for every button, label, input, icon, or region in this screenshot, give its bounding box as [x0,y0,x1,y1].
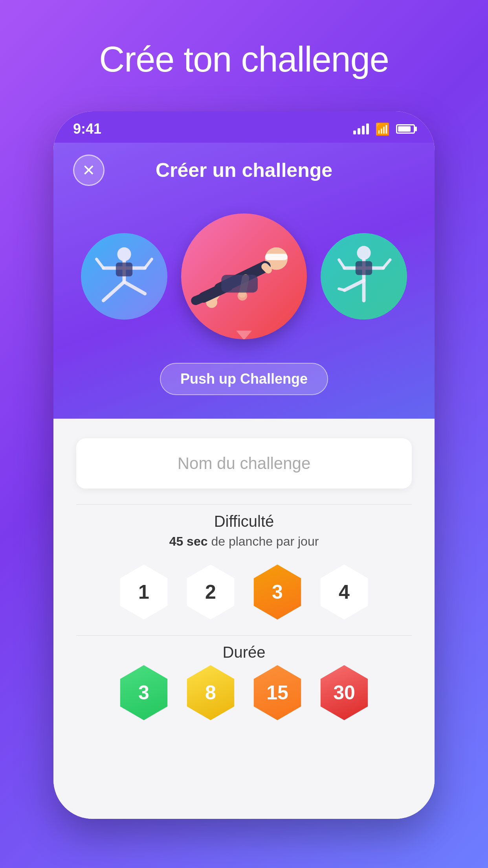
svg-line-23 [383,260,390,268]
svg-line-5 [103,282,124,301]
close-button[interactable]: ✕ [73,154,105,186]
difficulty-level-2[interactable]: 2 [183,565,238,620]
svg-rect-17 [221,275,258,292]
hex-shape-orange: 15 [250,665,305,720]
svg-line-22 [339,260,345,268]
svg-line-18 [265,267,268,270]
duration-hex-row: 3 8 15 30 [76,665,412,720]
svg-rect-7 [116,263,132,276]
close-icon: ✕ [82,162,95,178]
battery-icon [396,124,415,134]
duration-title: Durée [76,644,412,661]
carousel-right[interactable] [321,233,407,320]
page-title: Crée ton challenge [99,39,389,80]
challenge-label: Push up Challenge [160,363,328,395]
status-bar: 9:41 📶 [53,111,435,143]
app-header: ✕ Créer un challenge [53,143,435,419]
difficulty-section: Difficulté 45 sec de planche par jour 1 … [76,504,412,635]
wifi-icon: 📶 [375,122,390,136]
header-title: Créer un challenge [105,159,383,182]
svg-line-6 [124,282,145,294]
hex-shape-4: 4 [317,565,372,620]
name-input-container[interactable]: Nom du challenge [76,438,412,489]
hex-shape-1: 1 [116,565,171,620]
yoga-figure [90,242,159,311]
svg-point-19 [357,246,371,260]
duration-option-8[interactable]: 8 [183,665,238,720]
duration-divider [76,635,412,636]
difficulty-title: Difficulté [76,513,412,530]
name-input-placeholder: Nom du challenge [178,454,311,473]
hex-shape-yellow: 8 [183,665,238,720]
carousel-caret [236,331,252,339]
hex-shape-3: 3 [250,565,305,620]
difficulty-divider [76,504,412,505]
svg-point-0 [117,247,131,261]
svg-line-4 [145,259,152,268]
exercise-carousel [73,202,415,351]
status-time: 9:41 [73,121,101,137]
hex-shape-2: 2 [183,565,238,620]
pushup-figure [187,220,301,333]
warrior-figure [329,242,398,311]
svg-line-3 [97,259,104,268]
phone-frame: 9:41 📶 ✕ Créer un challenge [53,111,435,819]
duration-option-15[interactable]: 15 [250,665,305,720]
carousel-center[interactable] [181,213,307,339]
svg-rect-9 [265,254,288,260]
duration-option-30[interactable]: 30 [317,665,372,720]
svg-rect-27 [356,261,372,275]
app-body: Nom du challenge Difficulté 45 sec de pl… [53,419,435,819]
signal-icon [353,123,369,134]
difficulty-hex-row: 1 2 3 4 [76,565,412,620]
duration-section: Durée 3 8 15 30 [76,635,412,736]
hex-shape-red: 30 [317,665,372,720]
difficulty-level-1[interactable]: 1 [116,565,171,620]
header-row: ✕ Créer un challenge [73,154,415,186]
difficulty-level-3[interactable]: 3 [250,565,305,620]
status-icons: 📶 [353,122,415,136]
duration-option-3[interactable]: 3 [116,665,171,720]
hex-shape-green: 3 [116,665,171,720]
difficulty-subtitle-rest: de planche par jour [208,534,319,548]
svg-line-16 [196,297,204,300]
difficulty-subtitle: 45 sec de planche par jour [76,534,412,549]
svg-line-25 [345,281,364,291]
difficulty-subtitle-bold: 45 sec [169,534,208,548]
difficulty-level-4[interactable]: 4 [317,565,372,620]
svg-line-26 [339,289,345,291]
carousel-left[interactable] [81,233,167,320]
